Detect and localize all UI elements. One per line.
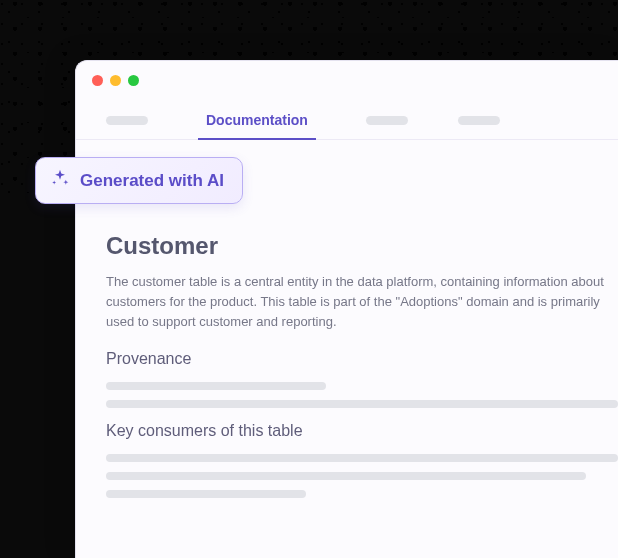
tab-placeholder[interactable] [106,116,148,125]
app-window: Documentation Customer The customer tabl… [75,60,618,558]
close-icon[interactable] [92,75,103,86]
skeleton-line [106,454,618,462]
tab-placeholder[interactable] [366,116,408,125]
section-provenance: Provenance [106,350,618,368]
tab-placeholder[interactable] [458,116,500,125]
maximize-icon[interactable] [128,75,139,86]
tab-documentation[interactable]: Documentation [198,102,316,140]
minimize-icon[interactable] [110,75,121,86]
sparkle-icon [50,168,70,193]
ai-generated-badge: Generated with AI [35,157,243,204]
skeleton-line [106,490,306,498]
window-titlebar [76,61,618,96]
page-title: Customer [106,232,618,260]
skeleton-line [106,400,618,408]
skeleton-line [106,382,326,390]
page-description: The customer table is a central entity i… [106,272,618,332]
skeleton-line [106,472,586,480]
tab-bar: Documentation [76,96,618,140]
ai-badge-label: Generated with AI [80,171,224,191]
section-consumers: Key consumers of this table [106,422,618,440]
